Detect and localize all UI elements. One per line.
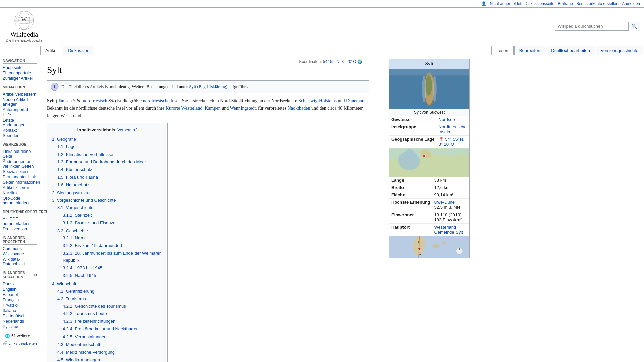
search-button[interactable]: 🔍 bbox=[629, 22, 640, 31]
link-kurorte[interactable]: Kurorte Westerland bbox=[166, 106, 202, 111]
sidebar-item-autorenportal[interactable]: Autorenportal bbox=[3, 107, 37, 112]
toc-link-4-2-5[interactable]: 4.2.5 Veranstaltungen bbox=[63, 334, 107, 339]
toc-link-3-2-5[interactable]: 3.2.5 Nach 1945 bbox=[63, 273, 96, 278]
lang-gear-icon[interactable]: ⚙ bbox=[34, 273, 37, 277]
toc-link-4-2-2[interactable]: 4.2.2 Tourismus heute bbox=[63, 311, 107, 316]
link-nordsee[interactable]: Nordsee bbox=[439, 117, 455, 122]
sidebar-item-links-auf-seite[interactable]: Links auf diese Seite bbox=[3, 149, 37, 159]
toc-link-3-1-1[interactable]: 3.1.1 Steinzeit bbox=[63, 213, 92, 218]
toc-toggle[interactable]: [Verbergen] bbox=[116, 128, 137, 132]
toc-link-1[interactable]: 1 Geografie bbox=[52, 137, 76, 142]
create-account-link[interactable]: Benutzerkonto erstellen bbox=[576, 1, 619, 6]
link-kampen[interactable]: Kampen bbox=[205, 106, 220, 111]
tab-diskussion[interactable]: Diskussion bbox=[63, 46, 94, 55]
sidebar-item-spezialseiten[interactable]: Spezialseiten bbox=[3, 169, 37, 174]
contributions-link[interactable]: Beiträge bbox=[558, 1, 573, 6]
sidebar-item-artikel-verbessern[interactable]: Artikel verbessern bbox=[3, 92, 37, 97]
search-input[interactable] bbox=[555, 22, 629, 31]
sidebar-item-neuen-artikel[interactable]: Neuen Artikel anlegen bbox=[3, 97, 37, 107]
tab-versionsgeschichte[interactable]: Versionsgeschichte bbox=[596, 46, 643, 55]
toc-link-3-2[interactable]: 3.2 Geschichte bbox=[57, 228, 88, 233]
sidebar-item-lang-dansk[interactable]: Dansk bbox=[3, 281, 37, 287]
link-nordfriesische-inseln[interactable]: Nordfriesische Inseln bbox=[439, 124, 467, 134]
toc-link-1-6[interactable]: 1.6 Naturschutz bbox=[57, 182, 89, 187]
sidebar-item-links-bearbeiten[interactable]: 🔗 Links bearbeiten bbox=[3, 341, 37, 346]
toc-link-4-3[interactable]: 4.3 Medienlandschaft bbox=[57, 342, 100, 347]
toc-link-3-2-3[interactable]: 3.2.3 20. Jahrhundert bis zum Ende der W… bbox=[63, 251, 161, 263]
toc-link-3-1-2[interactable]: 3.1.2 Bronze- und Eisenzeit bbox=[63, 220, 118, 225]
sidebar-item-kurzlink[interactable]: Kurzlink bbox=[3, 190, 37, 196]
toc-link-3-2-4[interactable]: 3.2.4 1933 bis 1945 bbox=[63, 265, 102, 270]
sidebar-item-qr-code[interactable]: QR-Code herunterladen bbox=[3, 196, 37, 206]
disambig-link[interactable]: Sylt (Begriffsklärung) bbox=[189, 84, 227, 89]
toc-link-4-2-3[interactable]: 4.2.3 Freizeiteinrichtungen bbox=[63, 319, 115, 324]
sidebar-item-lang-nederlands[interactable]: Nederlands bbox=[3, 319, 37, 324]
sidebar-item-seiteninformationen[interactable]: Seiteninformationen bbox=[3, 180, 37, 185]
link-gemeinde-sylt[interactable]: Gemeinde Sylt bbox=[434, 230, 463, 235]
logo[interactable]: W Wikipedia Die freie Enzyklopädie bbox=[4, 10, 44, 42]
sidebar-item-lang-italiano[interactable]: Italiano bbox=[3, 308, 37, 313]
tab-bearbeiten[interactable]: Bearbeiten bbox=[514, 46, 545, 55]
sidebar-item-lang-espanol[interactable]: Español bbox=[3, 292, 37, 297]
toc-link-4-1[interactable]: 4.1 Gentrifizierung bbox=[57, 289, 94, 294]
link-dansk[interactable]: dänisch bbox=[58, 98, 72, 103]
login-link[interactable]: Anmelden bbox=[622, 1, 640, 6]
link-nacktbaden[interactable]: Nacktbaden bbox=[288, 106, 310, 111]
toc-link-3-2-2[interactable]: 3.2.2 Bis zum 19. Jahrhundert bbox=[63, 243, 122, 248]
infobox-table-2: Länge 38 km Breite 12,6 km Fläche 99,14 … bbox=[389, 177, 469, 236]
sidebar-item-hauptseite[interactable]: Hauptseite bbox=[3, 65, 37, 70]
link-daenemarks[interactable]: Dänemarks bbox=[346, 98, 368, 103]
toc-link-4-5[interactable]: 4.5 Windkraftanlagen bbox=[57, 357, 100, 362]
tab-lesen[interactable]: Lesen bbox=[491, 46, 513, 55]
sidebar-navigation-title: Navigation bbox=[3, 59, 37, 64]
link-schleswig[interactable]: Schleswig-Holsteins bbox=[298, 98, 337, 103]
toc-link-1-4[interactable]: 1.4 Küstenschutz bbox=[57, 167, 92, 172]
sidebar-item-artikel-zitieren[interactable]: Artikel zitieren bbox=[3, 185, 37, 190]
sidebar-item-hilfe[interactable]: Hilfe bbox=[3, 112, 37, 118]
link-wenningstedt[interactable]: Wenningstedt bbox=[230, 106, 256, 111]
sidebar-item-lang-francais[interactable]: Français bbox=[3, 297, 37, 303]
sidebar-item-zufall[interactable]: Zufälliger Artikel bbox=[3, 76, 37, 81]
sidebar-item-druckversion[interactable]: Druckversion bbox=[3, 226, 37, 232]
toc-link-2[interactable]: 2 Siedlungsstruktur bbox=[52, 190, 91, 195]
sidebar-item-lang-plattduutsch[interactable]: Plattdüütsch bbox=[3, 313, 37, 319]
sidebar-item-wikivoyage[interactable]: Wikivoyage bbox=[3, 251, 37, 257]
toc-link-4-2-1[interactable]: 4.2.1 Geschichte des Tourismus bbox=[63, 304, 126, 309]
toc-link-3-2-1[interactable]: 3.2.1 Name bbox=[63, 235, 87, 240]
toc-link-4-2-4[interactable]: 4.2.4 Freikörperkultur und Nacktbaden bbox=[63, 326, 139, 331]
sidebar-item-lang-russian[interactable]: Русский bbox=[3, 324, 37, 329]
sidebar-item-letzte-aenderungen[interactable]: Letzte Änderungen bbox=[3, 118, 37, 128]
tab-quelltext[interactable]: Quelltext bearbeiten bbox=[546, 46, 595, 55]
toc-link-4-2[interactable]: 4.2 Tourismus bbox=[57, 296, 86, 301]
toc-link-1-1[interactable]: 1.1 Lage bbox=[57, 144, 76, 149]
link-nordfriesisch[interactable]: nordfriesisch bbox=[83, 98, 107, 103]
sidebar-item-lang-english[interactable]: English bbox=[3, 287, 37, 292]
link-uwe-duene[interactable]: Uwe-Düne bbox=[434, 200, 455, 205]
coords-link[interactable]: 54° 55′ N, 8° 20′ O bbox=[323, 59, 356, 64]
toc-link-1-2[interactable]: 1.2 Klimatische Verhältnisse bbox=[57, 152, 113, 157]
sidebar-item-commons[interactable]: Commons bbox=[3, 246, 37, 251]
sidebar-item-spenden[interactable]: Spenden bbox=[3, 133, 37, 138]
toc-link-1-5[interactable]: 1.5 Flora und Fauna bbox=[57, 175, 98, 180]
more-languages-button[interactable]: 🌐 51 weitere bbox=[3, 333, 32, 339]
sidebar-item-lang-hrvatski[interactable]: Hrvatski bbox=[3, 303, 37, 308]
sidebar: Navigation Hauptseite Themenportale Zufä… bbox=[0, 55, 40, 362]
sidebar-item-permanenter-link[interactable]: Permanenter Link bbox=[3, 174, 37, 180]
sidebar-item-wikidata[interactable]: Wikidata-Datenobjekt bbox=[3, 257, 37, 267]
toc-link-3[interactable]: 3 Vorgeschichte und Geschichte bbox=[52, 198, 116, 203]
link-westerland[interactable]: Westerland bbox=[434, 225, 457, 230]
toc-link-1-3[interactable]: 1.3 Formung und Bedrohung durch das Meer bbox=[57, 159, 146, 164]
toc-link-3-1[interactable]: 3.1 Vorgeschichte bbox=[57, 205, 93, 210]
sidebar-navigation: Navigation Hauptseite Themenportale Zufä… bbox=[3, 59, 37, 81]
sidebar-item-themenportale[interactable]: Themenportale bbox=[3, 70, 37, 76]
tab-artikel[interactable]: Artikel bbox=[40, 46, 62, 55]
toc-link-4-4[interactable]: 4.4 Medizinische Versorgung bbox=[57, 350, 115, 355]
sidebar-item-pdf[interactable]: Als PDF herunterladen bbox=[3, 216, 37, 226]
toc-link-4[interactable]: 4 Wirtschaft bbox=[52, 281, 76, 286]
sidebar-item-aenderungen-verlinkte[interactable]: Änderungen an verlinkten Seiten bbox=[3, 159, 37, 169]
sidebar-item-kontakt[interactable]: Kontakt bbox=[3, 128, 37, 133]
link-nordfriesische-insel[interactable]: nordfriesische Insel bbox=[143, 98, 180, 103]
discussion-link[interactable]: Diskussionsseite bbox=[525, 1, 554, 6]
svg-point-24 bbox=[442, 241, 447, 244]
infobox-row-inselgruppe: Inselgruppe Nordfriesische Inseln bbox=[389, 123, 469, 136]
